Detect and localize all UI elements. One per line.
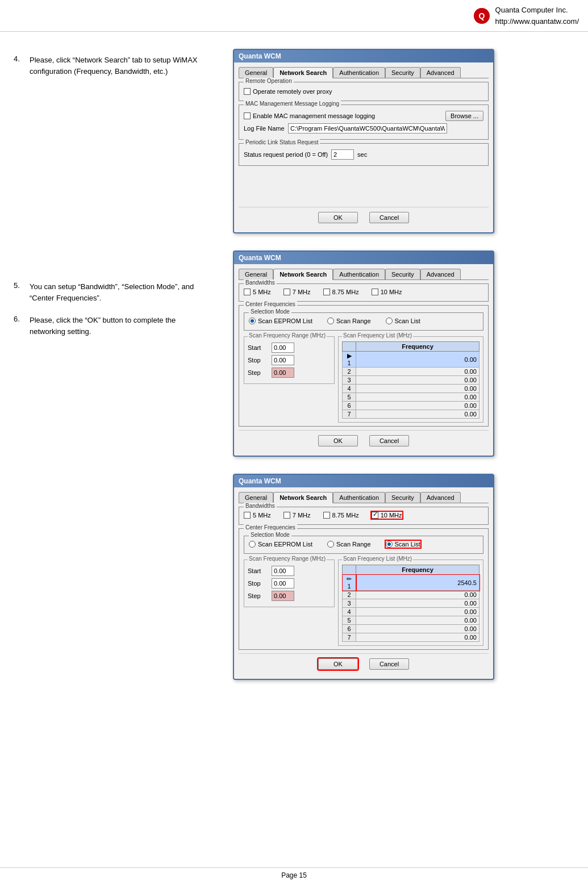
browse-button[interactable]: Browse ... [445,111,483,121]
main-content: 4. Please, click “Network Search” tab to… [0,32,588,703]
d3-bw-5mhz-text: 5 MHz [253,512,271,519]
dialog-2-title: Quanta WCM [239,254,281,262]
dialog-1-cancel-button[interactable]: Cancel [369,212,409,223]
table-row: 2 0.00 [343,591,479,599]
dialog2-tab-network-search[interactable]: Network Search [273,269,333,280]
dialog3-tab-general[interactable]: General [239,492,273,503]
table-row: 4 0.00 [343,385,479,393]
dialog2-tab-security[interactable]: Security [385,269,420,279]
dialog-1: Quanta WCM General Network Search Authen… [233,49,494,233]
scan-stop-input[interactable] [272,355,294,365]
tab-authentication[interactable]: Authentication [333,67,385,78]
dialog3-bandwidths-title: Bandwidths [244,503,277,509]
dialog2-bandwidths-title: Bandwidths [244,279,277,286]
dialog3-tab-authentication[interactable]: Authentication [333,492,385,503]
tab-advanced[interactable]: Advanced [420,67,461,78]
d3-bw-5mhz-label[interactable]: 5 MHz [244,512,271,519]
bw-5mhz-label[interactable]: 5 MHz [244,289,271,295]
step-6: 6. Please, click the “OK” button to comp… [14,315,208,337]
bw-10mhz-label[interactable]: 10 MHz [372,289,402,295]
bw-875mhz-label[interactable]: 8.75 MHz [323,289,359,295]
table-row: ▶ 1 0.00 [343,352,479,368]
remote-operation-group: Remote Operation Operate remotely over p… [239,82,489,101]
sm-range-radio[interactable] [327,318,334,324]
d3-bw-875mhz-label[interactable]: 8.75 MHz [323,512,359,519]
scan-start-label: Start [248,344,268,351]
dialog2-tab-advanced[interactable]: Advanced [420,269,461,279]
row-6-freq: 0.00 [356,402,479,410]
d3-bw-5mhz-checkbox[interactable] [244,512,251,519]
d3-scan-step-input[interactable] [272,591,294,601]
scan-stop-label: Stop [248,357,268,364]
d3-bw-10mhz-label[interactable]: 10 MHz [372,512,402,519]
periodic-link-value[interactable] [331,149,354,160]
scan-step-input[interactable] [272,368,294,378]
d3-sm-range-radio[interactable] [327,541,334,548]
remote-operation-row: Operate remotely over proxy [244,88,483,95]
dialog-2-ok-button[interactable]: OK [318,435,358,446]
log-file-input[interactable] [288,123,447,133]
d3-sm-eeprom-radio[interactable] [249,541,256,548]
sm-list-label[interactable]: Scan List [386,318,420,324]
bw-5mhz-checkbox[interactable] [244,289,251,295]
bw-7mhz-checkbox[interactable] [283,289,290,295]
d3-scan-stop-input[interactable] [272,578,294,588]
steps-column: 4. Please, click “Network Search” tab to… [0,43,222,691]
step-5-number: 5. [14,281,27,290]
mac-logging-checkbox[interactable] [244,112,251,119]
tab-general[interactable]: General [239,67,273,78]
step-4: 4. Please, click “Network Search” tab to… [14,55,208,77]
step-5-text: You can setup “Bandwidth”, “Selection Mo… [30,281,208,303]
dialog2-freq-list-title: Scan Frequency List (MHz) [342,332,413,339]
d3-sm-list-radio[interactable] [386,541,393,548]
dialog2-tab-authentication[interactable]: Authentication [333,269,385,279]
periodic-link-row: Status request period (0 = Off) sec [244,149,483,160]
dialog-3-cancel-button[interactable]: Cancel [369,658,409,670]
periodic-link-unit: sec [357,151,367,158]
bw-875mhz-checkbox[interactable] [323,289,330,295]
d3-sm-eeprom-label[interactable]: Scan EEPROM List [249,541,312,548]
d3-sm-range-label[interactable]: Scan Range [327,541,371,548]
dialog2-scan-list-panel: Scan Frequency List (MHz) Frequency [338,334,483,423]
d3-bw-7mhz-checkbox[interactable] [283,512,290,519]
d3-row-6-freq: 0.00 [356,625,479,633]
table-row: 4 0.00 [343,608,479,616]
dialog2-center-freq-title: Center Frequencies [244,301,297,307]
dialog3-tab-network-search[interactable]: Network Search [273,492,333,503]
row-4-num: 4 [343,385,356,393]
d3-row-7-num: 7 [343,633,356,642]
sm-eeprom-label[interactable]: Scan EEPROM List [249,318,312,324]
d3-bw-7mhz-label[interactable]: 7 MHz [283,512,311,519]
sm-list-text: Scan List [395,318,420,324]
d3-sm-list-label[interactable]: Scan List [386,541,420,548]
dialog3-freq-list-title: Scan Frequency List (MHz) [342,556,413,562]
mac-logging-checkbox-label[interactable]: Enable MAC management message logging [244,112,375,119]
tab-security[interactable]: Security [385,67,420,78]
dialog-1-ok-button[interactable]: OK [318,212,358,223]
d3-scan-step-label: Step [248,592,268,599]
sm-range-label[interactable]: Scan Range [327,318,371,324]
sm-list-radio[interactable] [386,318,393,324]
dialog2-tab-general[interactable]: General [239,269,273,279]
dialog3-tab-security[interactable]: Security [385,492,420,503]
log-file-label: Log File Name [244,125,285,132]
d3-scan-start-input[interactable] [272,566,294,576]
step-4-number: 4. [14,55,27,63]
dialog-3-ok-button[interactable]: OK [318,658,358,670]
bw-7mhz-label[interactable]: 7 MHz [283,289,311,295]
bw-7mhz-text: 7 MHz [293,289,311,295]
d3-sm-range-text: Scan Range [336,541,371,548]
table-row: 6 0.00 [343,402,479,410]
remote-op-checkbox[interactable] [244,88,251,95]
dialog3-tab-advanced[interactable]: Advanced [420,492,461,503]
bw-10mhz-checkbox[interactable] [372,289,378,295]
scan-start-input[interactable] [272,343,294,353]
d3-sm-eeprom-text: Scan EEPROM List [258,541,312,548]
remote-op-checkbox-label[interactable]: Operate remotely over proxy [244,88,332,95]
dialog3-freq-table: Frequency ✏ 1 2540.5 [342,565,479,642]
d3-bw-10mhz-checkbox[interactable] [372,512,378,519]
dialog-2-cancel-button[interactable]: Cancel [369,435,409,446]
sm-eeprom-radio[interactable] [249,318,256,324]
d3-bw-875mhz-checkbox[interactable] [323,512,330,519]
tab-network-search[interactable]: Network Search [273,67,333,78]
